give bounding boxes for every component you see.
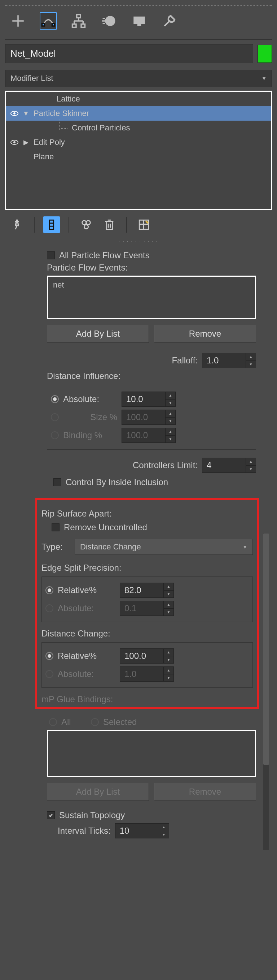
- esp-relative-radio[interactable]: [46, 586, 53, 594]
- make-unique-button[interactable]: [78, 216, 95, 233]
- stack-item-particle-skinner[interactable]: ▼ Particle Skinner: [6, 106, 271, 121]
- svg-rect-16: [138, 24, 141, 26]
- size-pct-spinner: 100.0▲▼: [122, 410, 176, 425]
- binding-pct-spinner: 100.0▲▼: [122, 428, 176, 443]
- dc-absolute-radio[interactable]: [46, 670, 53, 678]
- esp-absolute-spinner: 0.1▲▼: [120, 601, 174, 616]
- command-panel-tabs: [5, 5, 272, 40]
- glue-add-by-list-button: Add By List: [47, 783, 149, 801]
- expand-icon[interactable]: ▼: [21, 110, 32, 118]
- distance-change-label: Distance Change:: [41, 628, 253, 639]
- glue-all-radio: [49, 718, 57, 726]
- esp-absolute-radio[interactable]: [46, 605, 53, 612]
- show-end-result-button[interactable]: [43, 216, 60, 233]
- motion-tab[interactable]: [100, 12, 117, 30]
- utilities-tab[interactable]: [161, 12, 178, 30]
- falloff-label: Falloff:: [172, 355, 198, 366]
- svg-rect-4: [77, 15, 81, 18]
- type-dropdown[interactable]: Distance Change ▼: [74, 539, 253, 555]
- stack-subitem-control-particles[interactable]: Control Particles: [6, 121, 271, 135]
- all-particle-flow-events-checkbox[interactable]: All Particle Flow Events: [47, 250, 256, 261]
- svg-rect-5: [73, 24, 76, 27]
- object-name-input[interactable]: [5, 44, 253, 63]
- modify-tab[interactable]: [40, 12, 57, 30]
- mp-glue-bindings-label: mP Glue Bindings:: [41, 694, 253, 705]
- control-by-inside-inclusion-checkbox[interactable]: Control By Inside Inclusion: [53, 477, 256, 487]
- svg-rect-21: [49, 220, 53, 229]
- type-label: Type:: [41, 542, 70, 552]
- stack-item-plane[interactable]: Plane: [6, 150, 271, 164]
- svg-rect-2: [42, 24, 45, 26]
- chevron-down-icon: ▼: [242, 544, 247, 550]
- sustain-topology-checkbox[interactable]: ✔ Sustain Topology: [47, 810, 256, 820]
- dc-relative-spinner[interactable]: 100.0▲▼: [120, 648, 174, 663]
- rip-surface-apart-label: Rip Surface Apart:: [41, 509, 253, 519]
- add-by-list-button[interactable]: Add By List: [47, 325, 149, 343]
- chevron-down-icon: ▼: [261, 75, 266, 81]
- display-tab[interactable]: [131, 12, 148, 30]
- configure-modifier-sets-button[interactable]: [136, 216, 152, 233]
- dc-relative-radio[interactable]: [46, 652, 53, 660]
- absolute-spinner[interactable]: 10.0▲▼: [122, 391, 176, 407]
- object-color-swatch[interactable]: [258, 45, 272, 63]
- esp-relative-spinner[interactable]: 82.0▲▼: [120, 583, 174, 598]
- svg-rect-27: [106, 222, 112, 229]
- remove-uncontrolled-checkbox[interactable]: Remove Uncontrolled: [52, 522, 253, 533]
- particle-flow-events-list[interactable]: net: [47, 275, 256, 319]
- hierarchy-tab[interactable]: [70, 12, 87, 30]
- svg-point-18: [13, 112, 16, 115]
- expand-icon[interactable]: ▶: [21, 138, 32, 146]
- svg-point-11: [105, 16, 116, 26]
- svg-rect-6: [81, 24, 85, 27]
- falloff-spinner[interactable]: 1.0 ▲▼: [202, 353, 256, 368]
- glue-remove-button: Remove: [154, 783, 256, 801]
- interval-ticks-label: Interval Ticks:: [58, 826, 111, 836]
- svg-rect-3: [52, 24, 55, 26]
- visibility-icon[interactable]: [8, 140, 21, 145]
- highlight-box: Rip Surface Apart: Remove Uncontrolled T…: [35, 498, 259, 709]
- svg-point-24: [82, 221, 86, 225]
- dc-absolute-spinner: 1.0▲▼: [120, 667, 174, 682]
- modifier-list-label: Modifier List: [11, 74, 53, 83]
- controllers-limit-label: Controllers Limit:: [133, 460, 198, 470]
- rollout-drag-handle[interactable]: · · · · · · · · · ·: [5, 240, 272, 245]
- stack-item-lattice[interactable]: Lattice: [6, 92, 271, 106]
- interval-ticks-spinner[interactable]: 10▲▼: [115, 823, 169, 838]
- absolute-radio[interactable]: [51, 395, 59, 403]
- list-item[interactable]: net: [53, 280, 250, 290]
- particle-flow-events-label: Particle Flow Events:: [47, 262, 256, 273]
- svg-point-25: [86, 221, 90, 225]
- svg-point-26: [84, 225, 88, 229]
- glue-bindings-list[interactable]: [47, 730, 256, 777]
- edge-split-precision-label: Edge Split Precision:: [41, 563, 253, 573]
- size-pct-radio[interactable]: [51, 413, 59, 421]
- stack-item-edit-poly[interactable]: ▶ Edit Poly: [6, 135, 271, 150]
- stack-toolbar: [5, 210, 272, 240]
- distance-influence-label: Distance Influence:: [47, 371, 256, 381]
- create-tab[interactable]: [9, 12, 27, 30]
- scrollbar-thumb[interactable]: [263, 533, 269, 765]
- visibility-icon[interactable]: [8, 111, 21, 116]
- binding-pct-radio[interactable]: [51, 431, 59, 439]
- svg-point-20: [13, 141, 16, 143]
- svg-rect-15: [133, 17, 145, 24]
- controllers-limit-spinner[interactable]: 4▲▼: [202, 458, 256, 473]
- remove-modifier-button[interactable]: [101, 216, 117, 233]
- modifier-list-dropdown[interactable]: Modifier List ▼: [5, 70, 272, 87]
- pin-stack-button[interactable]: [9, 216, 25, 233]
- modifier-stack[interactable]: Lattice ▼ Particle Skinner Control Parti…: [5, 91, 272, 210]
- panel-scrollbar[interactable]: [263, 533, 269, 850]
- remove-button[interactable]: Remove: [154, 325, 256, 343]
- glue-selected-radio: [91, 718, 99, 726]
